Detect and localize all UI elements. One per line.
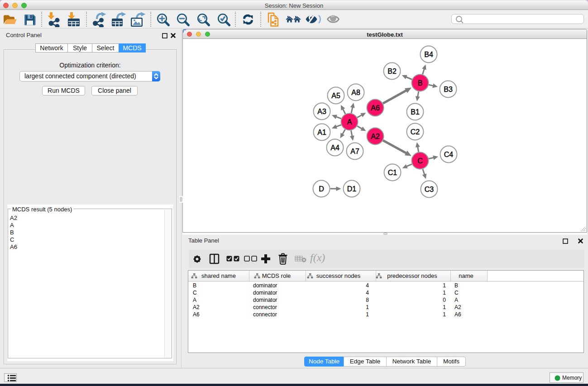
svg-text:B1: B1: [411, 108, 420, 116]
svg-text:A7: A7: [350, 148, 359, 155]
svg-text:A4: A4: [330, 144, 339, 152]
svg-text:A6: A6: [371, 104, 380, 112]
svg-text:A2: A2: [371, 133, 380, 140]
svg-text:B2: B2: [387, 67, 397, 75]
svg-text:D: D: [319, 185, 324, 193]
svg-text:B4: B4: [424, 51, 433, 58]
svg-text:C: C: [417, 157, 423, 165]
svg-text:A5: A5: [331, 92, 340, 100]
svg-text:A1: A1: [317, 129, 326, 136]
svg-text:B: B: [418, 79, 423, 87]
svg-text:D1: D1: [347, 185, 357, 193]
svg-text:C3: C3: [425, 186, 434, 193]
svg-text:B3: B3: [444, 86, 453, 93]
svg-text:C2: C2: [411, 128, 420, 136]
svg-text:A: A: [347, 118, 352, 126]
svg-text:A3: A3: [317, 108, 326, 115]
svg-text:C4: C4: [444, 151, 454, 158]
svg-text:A8: A8: [351, 89, 360, 96]
svg-text:C1: C1: [388, 169, 397, 176]
